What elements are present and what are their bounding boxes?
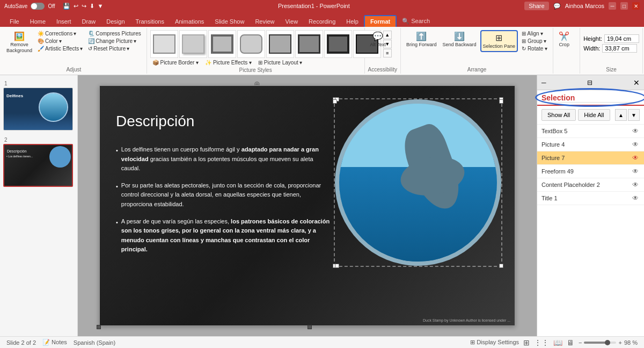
- more-icon[interactable]: ⬇: [90, 3, 94, 10]
- undo-icon[interactable]: ↩: [74, 3, 78, 10]
- pane-item-title1[interactable]: Title 1 👁: [537, 192, 644, 205]
- slide-sorter-button[interactable]: ⋮⋮: [534, 338, 549, 347]
- redo-icon[interactable]: ↪: [82, 3, 86, 10]
- align-button[interactable]: ⊞ Align ▾: [519, 30, 550, 37]
- canvas-area[interactable]: ⊕ Descripción • Los delfines tienen un c…: [78, 75, 537, 336]
- picture-style-5[interactable]: [266, 30, 294, 58]
- reset-picture-button[interactable]: ↺ Reset Picture ▾: [86, 45, 143, 52]
- adjust-group: 🖼️ Remove Background ☀️ Corrections ▾ 🎨 …: [1, 28, 147, 74]
- height-input[interactable]: 19,04 cm: [604, 34, 639, 43]
- eye-icon-textbox5[interactable]: 👁: [631, 127, 640, 135]
- hide-all-button[interactable]: Hide All: [578, 109, 610, 121]
- order-up-button[interactable]: ▲: [615, 109, 627, 121]
- presenter-view-button[interactable]: 🖥: [567, 338, 574, 347]
- selection-pane-label: Selection Pane: [483, 44, 516, 49]
- compress-pictures-button[interactable]: 🗜️ Compress Pictures: [86, 30, 143, 37]
- tab-transitions[interactable]: Transitions: [130, 16, 170, 27]
- corrections-button[interactable]: ☀️ Corrections ▾: [35, 30, 85, 37]
- bring-forward-button[interactable]: ⬆️ Bring Forward: [404, 30, 439, 49]
- tab-file[interactable]: File: [4, 16, 25, 27]
- tab-animations[interactable]: Animations: [170, 16, 209, 27]
- send-backward-button[interactable]: ⬇️ Send Backward: [441, 30, 479, 49]
- rotate-button[interactable]: ↻ Rotate ▾: [519, 45, 550, 52]
- tab-format[interactable]: Format: [364, 15, 397, 27]
- zoom-thumb[interactable]: [605, 340, 610, 345]
- slide-thumbnail-2[interactable]: 2 Descripción • Los delfines tienen...: [2, 136, 75, 188]
- comments-icon[interactable]: 💬: [553, 3, 561, 10]
- zoom-in-button[interactable]: +: [618, 339, 621, 346]
- canvas-handle-bm[interactable]: [308, 325, 312, 329]
- eye-icon-picture7[interactable]: 👁: [631, 154, 640, 162]
- change-picture-button[interactable]: 🔄 Change Picture ▾: [86, 38, 143, 45]
- tab-recording[interactable]: Recording: [303, 16, 341, 27]
- handle-mr[interactable]: [499, 99, 503, 104]
- minimize-button[interactable]: ─: [609, 2, 616, 10]
- selection-pane-button[interactable]: ⊞ Selection Pane: [480, 30, 518, 52]
- pane-item-picture4[interactable]: Picture 4 👁: [537, 138, 644, 151]
- slide-canvas[interactable]: Descripción • Los delfines tienen un cue…: [99, 85, 515, 326]
- pane-collapse-icon[interactable]: ─: [541, 79, 546, 86]
- send-backward-label: Send Backward: [443, 42, 477, 48]
- picture-style-4[interactable]: [237, 30, 265, 58]
- slide-bullets[interactable]: • Los delfines tienen un cuerpo fusiform…: [116, 145, 332, 262]
- close-button[interactable]: ✕: [632, 2, 640, 10]
- slide-title[interactable]: Descripción: [116, 113, 194, 130]
- picture-border-button[interactable]: 📦 Picture Border ▾: [150, 59, 201, 66]
- picture-style-1[interactable]: [150, 30, 178, 58]
- pane-item-freeform49[interactable]: Freeform 49 👁: [537, 165, 644, 178]
- normal-view-button[interactable]: ⊞: [523, 338, 530, 347]
- pane-item-picture7[interactable]: Picture 7 👁: [537, 151, 644, 165]
- pane-item-placeholder2[interactable]: Content Placeholder 2 👁: [537, 178, 644, 192]
- adjust-group-label: Adjust: [4, 67, 143, 73]
- order-down-button[interactable]: ▼: [628, 109, 640, 121]
- selection-pane-title: Selection: [541, 93, 640, 103]
- canvas-handle-tl[interactable]: [97, 325, 101, 329]
- show-all-button[interactable]: Show All: [541, 109, 576, 121]
- pane-close-icon[interactable]: ✕: [633, 78, 640, 87]
- display-settings-button[interactable]: ⊞ Display Settings: [470, 339, 519, 346]
- tab-review[interactable]: Review: [250, 16, 280, 27]
- width-input[interactable]: 33,87 cm: [602, 44, 637, 53]
- crop-button[interactable]: ✂️ Crop: [557, 30, 572, 49]
- tab-insert[interactable]: Insert: [51, 16, 77, 27]
- group-button[interactable]: ⊞ Group ▾: [519, 38, 550, 45]
- tab-home[interactable]: Home: [25, 16, 51, 27]
- handle-ml[interactable]: [333, 99, 337, 104]
- zoom-bar[interactable]: [584, 342, 616, 344]
- handle-bm[interactable]: [335, 264, 339, 268]
- bullet-dot-1: •: [116, 146, 118, 173]
- alt-text-button[interactable]: 💬 Alt Text: [368, 30, 388, 49]
- color-button[interactable]: 🎨 Color ▾: [35, 38, 85, 45]
- pane-undock-icon[interactable]: ⊟: [587, 79, 592, 86]
- picture-style-6[interactable]: [295, 30, 323, 58]
- maximize-button[interactable]: □: [620, 2, 628, 10]
- picture-layout-button[interactable]: ⊞ Picture Layout ▾: [256, 59, 304, 66]
- picture-style-7[interactable]: [324, 30, 352, 58]
- tab-view[interactable]: View: [280, 16, 303, 27]
- eye-icon-freeform49[interactable]: 👁: [631, 167, 640, 176]
- picture-style-3[interactable]: [208, 30, 236, 58]
- handle-br[interactable]: [499, 264, 503, 268]
- notes-button[interactable]: 📝 Notes: [42, 339, 67, 346]
- customize-icon[interactable]: ▼: [98, 3, 104, 9]
- tab-help[interactable]: Help: [341, 16, 364, 27]
- remove-background-button[interactable]: 🖼️ Remove Background: [4, 30, 34, 55]
- eye-icon-picture4[interactable]: 👁: [631, 140, 640, 149]
- tab-slideshow[interactable]: Slide Show: [209, 16, 250, 27]
- save-icon[interactable]: 💾: [63, 3, 70, 10]
- share-button[interactable]: Share: [524, 2, 548, 10]
- tab-draw[interactable]: Draw: [77, 16, 101, 27]
- artistic-effects-button[interactable]: 🖌️ Artistic Effects ▾: [35, 45, 85, 52]
- picture-effects-button[interactable]: ✨ Picture Effects ▾: [203, 59, 254, 66]
- autosave-toggle[interactable]: [31, 3, 45, 10]
- zoom-out-button[interactable]: −: [579, 339, 582, 346]
- search-tab[interactable]: 🔍 🔍 SearchSearch: [397, 16, 435, 27]
- eye-icon-title1[interactable]: 👁: [631, 194, 640, 202]
- tab-design[interactable]: Design: [101, 16, 130, 27]
- slide-image-2: Descripción • Los delfines tienen...: [3, 144, 73, 187]
- pane-item-textbox5[interactable]: TextBox 5 👁: [537, 125, 644, 138]
- slide-thumbnail-1[interactable]: 1 Delfines: [2, 79, 75, 132]
- picture-style-2[interactable]: [179, 30, 207, 58]
- reading-view-button[interactable]: 📖: [553, 338, 562, 347]
- eye-icon-placeholder2[interactable]: 👁: [631, 180, 640, 189]
